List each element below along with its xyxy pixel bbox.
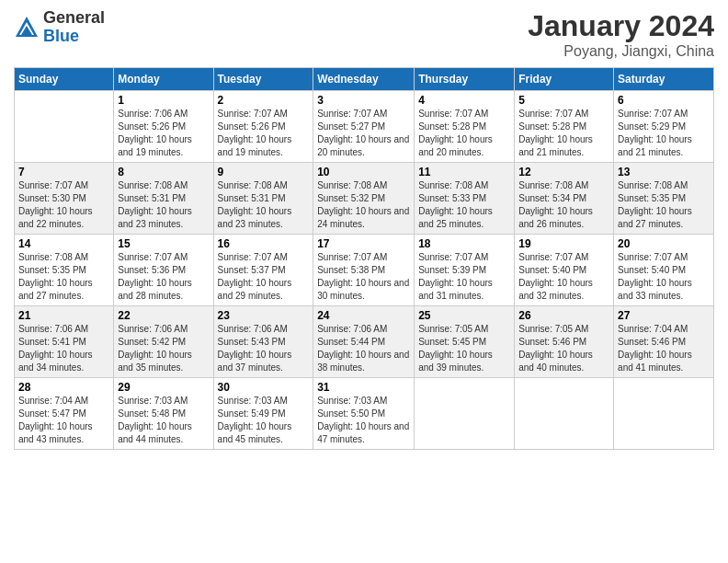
day-number: 9 xyxy=(218,166,310,178)
page-container: General Blue January 2024 Poyang, Jiangx… xyxy=(0,0,728,459)
day-info: Sunrise: 7:03 AM Sunset: 5:49 PM Dayligh… xyxy=(218,395,310,446)
table-row: 11Sunrise: 7:08 AM Sunset: 5:33 PM Dayli… xyxy=(415,163,515,235)
calendar-week-row: 14Sunrise: 7:08 AM Sunset: 5:35 PM Dayli… xyxy=(15,235,714,306)
table-row: 2Sunrise: 7:07 AM Sunset: 5:26 PM Daylig… xyxy=(213,91,313,163)
day-info: Sunrise: 7:06 AM Sunset: 5:44 PM Dayligh… xyxy=(317,323,410,374)
day-info: Sunrise: 7:07 AM Sunset: 5:36 PM Dayligh… xyxy=(118,251,209,303)
calendar-location: Poyang, Jiangxi, China xyxy=(528,43,714,60)
day-info: Sunrise: 7:06 AM Sunset: 5:41 PM Dayligh… xyxy=(18,323,109,374)
table-row: 7Sunrise: 7:07 AM Sunset: 5:30 PM Daylig… xyxy=(15,163,114,235)
day-number: 15 xyxy=(118,237,209,250)
table-row: 17Sunrise: 7:07 AM Sunset: 5:38 PM Dayli… xyxy=(313,235,415,306)
day-info: Sunrise: 7:08 AM Sunset: 5:31 PM Dayligh… xyxy=(118,179,209,231)
table-row xyxy=(15,91,114,163)
day-info: Sunrise: 7:05 AM Sunset: 5:45 PM Dayligh… xyxy=(418,323,510,374)
calendar-week-row: 28Sunrise: 7:04 AM Sunset: 5:47 PM Dayli… xyxy=(15,378,714,450)
table-row: 9Sunrise: 7:08 AM Sunset: 5:31 PM Daylig… xyxy=(213,163,313,235)
table-row: 19Sunrise: 7:07 AM Sunset: 5:40 PM Dayli… xyxy=(515,235,614,306)
day-number: 4 xyxy=(418,94,510,107)
day-info: Sunrise: 7:08 AM Sunset: 5:31 PM Dayligh… xyxy=(218,179,310,231)
logo: General Blue xyxy=(14,9,105,46)
day-number: 10 xyxy=(317,166,410,178)
page-header: General Blue January 2024 Poyang, Jiangx… xyxy=(14,9,714,60)
table-row: 4Sunrise: 7:07 AM Sunset: 5:28 PM Daylig… xyxy=(415,91,515,163)
day-number: 22 xyxy=(118,309,209,322)
title-block: January 2024 Poyang, Jiangxi, China xyxy=(528,9,714,60)
day-number: 12 xyxy=(518,166,609,178)
col-thursday: Thursday xyxy=(415,68,515,91)
logo-blue-text: Blue xyxy=(43,28,105,46)
day-info: Sunrise: 7:05 AM Sunset: 5:46 PM Dayligh… xyxy=(518,323,609,374)
day-info: Sunrise: 7:07 AM Sunset: 5:37 PM Dayligh… xyxy=(218,251,310,303)
day-number: 2 xyxy=(218,94,310,107)
table-row: 26Sunrise: 7:05 AM Sunset: 5:46 PM Dayli… xyxy=(515,306,614,378)
table-row: 3Sunrise: 7:07 AM Sunset: 5:27 PM Daylig… xyxy=(313,91,415,163)
logo-icon xyxy=(14,15,40,40)
day-info: Sunrise: 7:03 AM Sunset: 5:48 PM Dayligh… xyxy=(118,395,209,446)
day-number: 3 xyxy=(317,94,410,107)
day-number: 18 xyxy=(418,237,510,250)
calendar-header-row: Sunday Monday Tuesday Wednesday Thursday… xyxy=(15,68,714,91)
day-number: 21 xyxy=(18,309,109,322)
table-row: 5Sunrise: 7:07 AM Sunset: 5:28 PM Daylig… xyxy=(515,91,614,163)
day-number: 28 xyxy=(18,381,109,394)
day-number: 6 xyxy=(618,94,710,107)
day-info: Sunrise: 7:07 AM Sunset: 5:40 PM Dayligh… xyxy=(618,251,710,303)
table-row: 20Sunrise: 7:07 AM Sunset: 5:40 PM Dayli… xyxy=(614,235,714,306)
day-number: 30 xyxy=(218,381,310,394)
logo-general-text: General xyxy=(43,9,105,28)
table-row: 30Sunrise: 7:03 AM Sunset: 5:49 PM Dayli… xyxy=(213,378,313,450)
day-info: Sunrise: 7:07 AM Sunset: 5:30 PM Dayligh… xyxy=(18,179,109,231)
table-row: 25Sunrise: 7:05 AM Sunset: 5:45 PM Dayli… xyxy=(415,306,515,378)
day-number: 25 xyxy=(418,309,510,322)
table-row: 21Sunrise: 7:06 AM Sunset: 5:41 PM Dayli… xyxy=(15,306,114,378)
day-info: Sunrise: 7:07 AM Sunset: 5:39 PM Dayligh… xyxy=(418,251,510,303)
table-row: 14Sunrise: 7:08 AM Sunset: 5:35 PM Dayli… xyxy=(15,235,114,306)
table-row: 28Sunrise: 7:04 AM Sunset: 5:47 PM Dayli… xyxy=(15,378,114,450)
table-row: 18Sunrise: 7:07 AM Sunset: 5:39 PM Dayli… xyxy=(415,235,515,306)
day-info: Sunrise: 7:06 AM Sunset: 5:42 PM Dayligh… xyxy=(118,323,209,374)
day-info: Sunrise: 7:07 AM Sunset: 5:28 PM Dayligh… xyxy=(518,108,609,159)
day-info: Sunrise: 7:08 AM Sunset: 5:32 PM Dayligh… xyxy=(317,179,410,231)
day-number: 29 xyxy=(118,381,209,394)
day-number: 20 xyxy=(618,237,710,250)
table-row: 8Sunrise: 7:08 AM Sunset: 5:31 PM Daylig… xyxy=(114,163,213,235)
table-row xyxy=(415,378,515,450)
day-number: 8 xyxy=(118,166,209,178)
calendar-week-row: 21Sunrise: 7:06 AM Sunset: 5:41 PM Dayli… xyxy=(15,306,714,378)
day-info: Sunrise: 7:04 AM Sunset: 5:46 PM Dayligh… xyxy=(618,323,710,374)
day-number: 14 xyxy=(18,237,109,250)
day-number: 5 xyxy=(518,94,609,107)
day-info: Sunrise: 7:06 AM Sunset: 5:26 PM Dayligh… xyxy=(118,108,209,159)
table-row: 16Sunrise: 7:07 AM Sunset: 5:37 PM Dayli… xyxy=(213,235,313,306)
day-number: 27 xyxy=(618,309,710,322)
day-number: 11 xyxy=(418,166,510,178)
day-info: Sunrise: 7:07 AM Sunset: 5:38 PM Dayligh… xyxy=(317,251,410,303)
col-wednesday: Wednesday xyxy=(313,68,415,91)
table-row: 27Sunrise: 7:04 AM Sunset: 5:46 PM Dayli… xyxy=(614,306,714,378)
calendar-week-row: 1Sunrise: 7:06 AM Sunset: 5:26 PM Daylig… xyxy=(15,91,714,163)
col-friday: Friday xyxy=(515,68,614,91)
logo-text: General Blue xyxy=(43,9,105,46)
calendar-title: January 2024 xyxy=(528,9,714,43)
calendar-table: Sunday Monday Tuesday Wednesday Thursday… xyxy=(14,67,714,450)
day-info: Sunrise: 7:07 AM Sunset: 5:28 PM Dayligh… xyxy=(418,108,510,159)
day-info: Sunrise: 7:07 AM Sunset: 5:27 PM Dayligh… xyxy=(317,108,410,159)
table-row: 24Sunrise: 7:06 AM Sunset: 5:44 PM Dayli… xyxy=(313,306,415,378)
day-number: 17 xyxy=(317,237,410,250)
table-row: 31Sunrise: 7:03 AM Sunset: 5:50 PM Dayli… xyxy=(313,378,415,450)
day-info: Sunrise: 7:03 AM Sunset: 5:50 PM Dayligh… xyxy=(317,395,410,446)
day-number: 1 xyxy=(118,94,209,107)
table-row: 1Sunrise: 7:06 AM Sunset: 5:26 PM Daylig… xyxy=(114,91,213,163)
col-saturday: Saturday xyxy=(614,68,714,91)
day-info: Sunrise: 7:08 AM Sunset: 5:33 PM Dayligh… xyxy=(418,179,510,231)
day-info: Sunrise: 7:07 AM Sunset: 5:29 PM Dayligh… xyxy=(618,108,710,159)
table-row: 10Sunrise: 7:08 AM Sunset: 5:32 PM Dayli… xyxy=(313,163,415,235)
day-number: 23 xyxy=(218,309,310,322)
day-info: Sunrise: 7:04 AM Sunset: 5:47 PM Dayligh… xyxy=(18,395,109,446)
table-row xyxy=(515,378,614,450)
day-number: 7 xyxy=(18,166,109,178)
table-row: 12Sunrise: 7:08 AM Sunset: 5:34 PM Dayli… xyxy=(515,163,614,235)
table-row: 15Sunrise: 7:07 AM Sunset: 5:36 PM Dayli… xyxy=(114,235,213,306)
calendar-week-row: 7Sunrise: 7:07 AM Sunset: 5:30 PM Daylig… xyxy=(15,163,714,235)
